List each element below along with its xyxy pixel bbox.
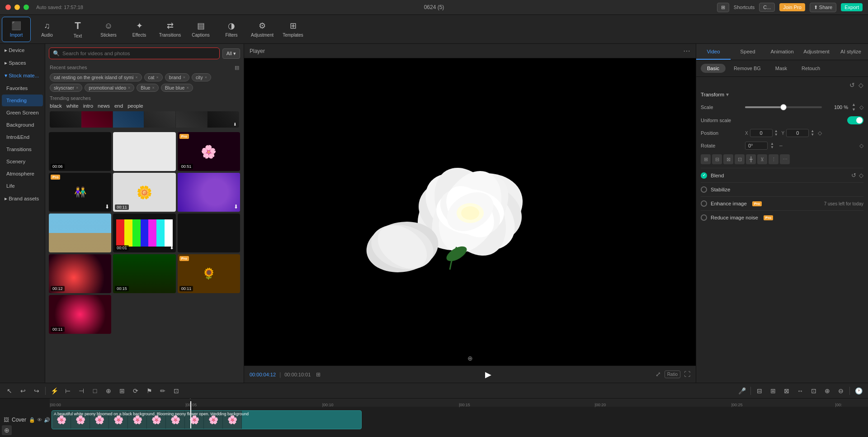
recent-tag-0[interactable]: cat resting on the greek island of symi … (50, 73, 142, 81)
tl-zoom-out-clips[interactable]: ⊟ (754, 385, 765, 397)
blend-reset-icon[interactable]: ↺ (851, 172, 856, 179)
clear-recent-icon[interactable]: ▤ (235, 65, 239, 71)
tl-trim-end-button[interactable]: ⊣ (75, 385, 87, 397)
sidebar-item-scenery[interactable]: Scenery (2, 156, 43, 167)
search-input-wrap[interactable]: 🔍 (49, 48, 220, 59)
tl-edit-button[interactable]: ✏ (157, 385, 169, 397)
align-left-icon[interactable]: ⊞ (701, 154, 711, 164)
media-item-1[interactable] (113, 132, 175, 171)
reset-transform-icon[interactable]: ↺ (849, 81, 855, 89)
align-center-h-icon[interactable]: ⊟ (712, 154, 722, 164)
tl-trim-start-button[interactable]: ⊢ (62, 385, 74, 397)
align-extra-1-icon[interactable]: ⋮ (769, 154, 778, 164)
position-x-input[interactable] (750, 129, 773, 137)
media-item-12[interactable]: Pro 00:11 (49, 295, 111, 334)
tool-adjustment[interactable]: ⚙ Adjustment (248, 17, 277, 42)
all-filter-button[interactable]: All ▾ (222, 48, 240, 59)
tl-split-button[interactable]: ⚡ (48, 385, 60, 397)
expand-icon[interactable]: ⛶ (684, 370, 690, 378)
tl-redo-button[interactable]: ↪ (31, 385, 42, 397)
rotate-down[interactable]: ▼ (770, 146, 774, 149)
tool-stickers[interactable]: ☺ Stickers (94, 17, 123, 42)
sidebar-item-favorites[interactable]: Favorites (2, 82, 43, 94)
rotate-diamond-icon[interactable]: ◇ (859, 142, 863, 149)
remove-tag-2[interactable]: × (183, 75, 185, 80)
subtab-mask[interactable]: Mask (769, 64, 793, 73)
media-item-9[interactable]: Pro 00:12 (49, 254, 111, 293)
tool-audio[interactable]: ♫ Audio (33, 17, 61, 42)
tab-speed[interactable]: Speed (731, 44, 765, 60)
track-eye-icon[interactable]: 👁 (37, 417, 42, 423)
remove-tag-7[interactable]: × (186, 86, 189, 90)
uniform-scale-toggle[interactable] (847, 116, 863, 124)
media-item-0[interactable]: 00:06 (49, 132, 111, 171)
maximize-button[interactable] (24, 5, 29, 10)
tl-clock-button[interactable]: 🕐 (853, 385, 864, 397)
recent-tag-5[interactable]: promotional video × (85, 84, 134, 92)
align-top-icon[interactable]: ⊡ (735, 154, 745, 164)
recent-tag-3[interactable]: city × (192, 73, 211, 81)
sidebar-item-transitions[interactable]: Transitions (2, 143, 43, 155)
playhead[interactable] (190, 401, 191, 428)
media-item-5[interactable]: ⬇ (178, 173, 240, 212)
remove-tag-4[interactable]: × (76, 86, 78, 90)
blend-diamond-icon[interactable]: ◇ (859, 172, 863, 179)
screen-layout-button[interactable]: ⊞ (717, 3, 729, 12)
search-input[interactable] (62, 51, 216, 56)
position-reset-icon[interactable]: ⊕ (467, 355, 473, 362)
media-item-4[interactable]: 00:11 🌼 (113, 173, 175, 212)
tl-marker-button[interactable]: ⚑ (143, 385, 155, 397)
tool-transitions[interactable]: ⇄ Transitions (156, 17, 184, 42)
tl-caption-button[interactable]: ⊡ (808, 385, 820, 397)
tl-undo-button[interactable]: ↩ (17, 385, 29, 397)
tl-zoom-in-clips[interactable]: ⊞ (767, 385, 779, 397)
grid-view-icon[interactable]: ⊞ (316, 371, 321, 378)
tl-select-tool[interactable]: ↖ (4, 385, 15, 397)
scale-down-icon[interactable]: ▼ (852, 107, 856, 112)
sidebar-item-background[interactable]: Background (2, 119, 43, 131)
sidebar-item-device[interactable]: ▸ Device (0, 44, 45, 57)
recent-tag-2[interactable]: brand × (165, 73, 189, 81)
player-canvas[interactable]: ⊕ (244, 58, 696, 366)
download-7[interactable]: ⬇ (170, 244, 174, 251)
join-pro-button[interactable]: Join Pro (779, 3, 805, 11)
tab-animation[interactable]: Animation (765, 44, 799, 60)
ratio-button[interactable]: Ratio (665, 370, 680, 378)
tl-mic-button[interactable]: 🎤 (736, 385, 748, 397)
remove-tag-5[interactable]: × (128, 86, 130, 90)
trending-word-4[interactable]: end (114, 103, 123, 109)
media-item-8[interactable] (178, 214, 240, 252)
position-y-input[interactable] (786, 129, 809, 137)
pos-y-down[interactable]: ▼ (811, 133, 814, 137)
trending-word-5[interactable]: people (127, 103, 143, 109)
recent-tag-4[interactable]: skyscraer × (50, 84, 82, 92)
remove-tag-3[interactable]: × (205, 75, 207, 80)
tool-text[interactable]: T Text (63, 17, 92, 42)
enhance-checkbox[interactable] (701, 200, 707, 207)
tool-templates[interactable]: ⊞ Templates (278, 17, 307, 42)
sidebar-item-trending[interactable]: Trending (2, 95, 43, 106)
trending-word-3[interactable]: news (98, 103, 110, 109)
tab-adjustment[interactable]: Adjustment (799, 44, 834, 60)
noise-checkbox[interactable] (701, 214, 707, 221)
trending-word-1[interactable]: white (66, 103, 79, 109)
subtab-retouch[interactable]: Retouch (795, 64, 826, 73)
tab-ai-stylize[interactable]: AI stylize (834, 44, 868, 60)
download-3[interactable]: ⬇ (105, 204, 109, 210)
tl-crop-button[interactable]: □ (89, 385, 101, 397)
transform-chevron-icon[interactable]: ▾ (726, 91, 729, 98)
align-bottom-icon[interactable]: ⊻ (757, 154, 767, 164)
sidebar-item-life[interactable]: Life (2, 180, 43, 192)
track-mute-icon[interactable]: 🔊 (44, 417, 50, 423)
position-diamond-icon[interactable]: ◇ (818, 130, 822, 136)
tl-minus-button[interactable]: ⊖ (835, 385, 847, 397)
tool-import[interactable]: ⬛ Import (2, 17, 31, 42)
tab-video[interactable]: Video (696, 44, 731, 60)
track-lock-icon[interactable]: 🔒 (29, 417, 35, 423)
tl-plus-button[interactable]: ⊕ (821, 385, 833, 397)
align-right-icon[interactable]: ⊠ (723, 154, 733, 164)
sidebar-item-introend[interactable]: Intro&End (2, 131, 43, 143)
tool-filters[interactable]: ◑ Filters (217, 17, 246, 42)
fullscreen-icon[interactable]: ⤢ (656, 370, 661, 378)
remove-tag-0[interactable]: × (135, 75, 137, 80)
